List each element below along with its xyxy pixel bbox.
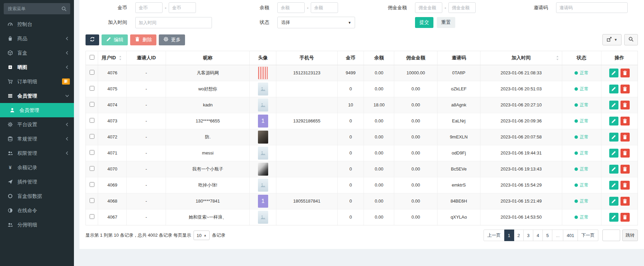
table-row[interactable]: 4075-wo好想你00.000.00oZkLEF2023-01-06 20:5… bbox=[86, 81, 638, 97]
table-row[interactable]: 4076-凡客源码网1512312312394990.0010000.000TA… bbox=[86, 65, 638, 81]
page-size-dropdown[interactable]: 10 ▲ bbox=[194, 231, 210, 240]
row-delete-button[interactable] bbox=[620, 117, 630, 125]
row-checkbox[interactable] bbox=[90, 198, 94, 203]
search-icon[interactable] bbox=[61, 6, 67, 12]
refresh-button[interactable] bbox=[86, 34, 99, 45]
table-row[interactable]: 4074-kadn1018.000.00a8Agnk2023-01-06 20:… bbox=[86, 97, 638, 113]
commission-max-input[interactable] bbox=[448, 2, 476, 13]
table-row[interactable]: 4073-132****665511329218665500.000.00EaL… bbox=[86, 113, 638, 129]
pagination-page-3[interactable]: 3 bbox=[524, 230, 533, 241]
balance-min-input[interactable] bbox=[277, 2, 305, 13]
table-row[interactable]: 4069-吃掉小张!00.000.00emktrS2023-01-06 15:5… bbox=[86, 177, 638, 193]
coin-min-input[interactable] bbox=[135, 2, 163, 13]
pagination-page-401[interactable]: 401 bbox=[563, 230, 578, 241]
sidebar-item-plugin-management[interactable]: 插件管理 bbox=[0, 175, 74, 189]
row-delete-button[interactable] bbox=[620, 197, 630, 206]
balance-max-input[interactable] bbox=[311, 2, 338, 13]
cell-user-id: 4072 bbox=[98, 129, 127, 145]
row-edit-button[interactable] bbox=[609, 117, 618, 125]
sidebar-item-platform-settings[interactable]: 平台设置 bbox=[0, 117, 74, 132]
export-button[interactable]: ▼ bbox=[602, 34, 622, 45]
sidebar-item-blind-box[interactable]: 盲盒 bbox=[0, 46, 74, 60]
sidebar-item-member-management[interactable]: 会员管理 bbox=[0, 103, 74, 117]
submit-button[interactable]: 提交 bbox=[415, 17, 433, 28]
avatar bbox=[258, 99, 268, 112]
reset-button[interactable]: 重置 bbox=[437, 17, 455, 28]
sidebar-item-permission-management[interactable]: 权限管理 bbox=[0, 146, 74, 160]
row-edit-button[interactable] bbox=[609, 165, 618, 174]
invite-code-input[interactable] bbox=[556, 2, 628, 13]
cell-nickname: 吃掉小张! bbox=[166, 177, 250, 193]
sidebar-item-commission-details[interactable]: 分佣明细 bbox=[0, 218, 74, 232]
pagination-page-2[interactable]: 2 bbox=[514, 230, 524, 241]
pagination-page-4[interactable]: 4 bbox=[533, 230, 543, 241]
pagination-prev[interactable]: 上一页 bbox=[484, 230, 504, 241]
table-row[interactable]: 4068-180****784111805518784100.000.0084B… bbox=[86, 193, 638, 209]
join-time-input[interactable] bbox=[135, 17, 212, 28]
pagination-page-5[interactable]: 5 bbox=[543, 230, 552, 241]
table-row[interactable]: 4070-我有一个小瓶子00.000.00Bc5EVe2023-01-06 19… bbox=[86, 161, 638, 177]
column-header-invite_code: 邀请码 bbox=[437, 51, 480, 65]
sidebar-item-blind-box-fake-data[interactable]: 盲盒假数据 bbox=[0, 189, 74, 203]
status-select[interactable]: 选择 ▼ bbox=[277, 17, 355, 28]
column-header-join_time[interactable]: 加入时间 bbox=[480, 51, 562, 65]
table-row[interactable]: 4067-她和亚索~一样浪、00.000.00qXYLAo2023-01-06 … bbox=[86, 209, 638, 225]
jump-button[interactable]: 跳转 bbox=[622, 230, 638, 241]
more-button[interactable]: 更多 bbox=[159, 34, 185, 45]
row-delete-button[interactable] bbox=[620, 149, 630, 158]
coin-max-input[interactable] bbox=[169, 2, 196, 13]
cell-balance: 0.00 bbox=[364, 177, 394, 193]
row-edit-button[interactable] bbox=[609, 101, 618, 109]
cell-commission: 0.00 bbox=[394, 113, 437, 129]
row-edit-button[interactable] bbox=[609, 133, 618, 142]
column-header-user_id[interactable]: 用户ID bbox=[98, 51, 127, 65]
sidebar-item-general-management[interactable]: 常规管理 bbox=[0, 132, 74, 146]
row-edit-button[interactable] bbox=[609, 181, 618, 190]
row-checkbox[interactable] bbox=[90, 70, 94, 75]
cell-actions bbox=[601, 193, 638, 209]
table-row[interactable]: 4071-messi00.000.00odD9Fj2023-01-06 19:4… bbox=[86, 145, 638, 161]
row-edit-button[interactable] bbox=[609, 149, 618, 158]
row-checkbox[interactable] bbox=[90, 166, 94, 171]
row-edit-button[interactable] bbox=[609, 69, 618, 77]
row-checkbox[interactable] bbox=[90, 118, 94, 123]
commission-min-input[interactable] bbox=[415, 2, 442, 13]
sidebar-item-dashboard[interactable]: 控制台 bbox=[0, 17, 74, 31]
row-edit-button[interactable] bbox=[609, 197, 618, 206]
edit-button[interactable]: 编辑 bbox=[102, 34, 128, 45]
row-delete-button[interactable] bbox=[620, 165, 630, 174]
row-delete-button[interactable] bbox=[620, 69, 630, 77]
sidebar-item-balance-records[interactable]: ¥余额记录 bbox=[0, 160, 74, 175]
sort-icon[interactable] bbox=[118, 55, 123, 61]
row-checkbox[interactable] bbox=[90, 134, 94, 139]
row-edit-button[interactable] bbox=[609, 213, 618, 222]
pagination-next[interactable]: 下一页 bbox=[578, 230, 598, 241]
row-checkbox[interactable] bbox=[90, 182, 94, 187]
table-search-button[interactable] bbox=[624, 34, 638, 45]
row-edit-button[interactable] bbox=[609, 85, 618, 93]
sidebar-item-member-management-parent[interactable]: 会员管理 bbox=[0, 89, 74, 103]
pagination-page-1[interactable]: 1 bbox=[504, 230, 514, 241]
sidebar-item-online-commands[interactable]: 在线命令 bbox=[0, 203, 74, 218]
row-delete-button[interactable] bbox=[620, 181, 630, 190]
filter-commission: 佣金金额 - bbox=[376, 2, 519, 13]
jump-page-input[interactable] bbox=[602, 230, 620, 241]
row-checkbox[interactable] bbox=[90, 150, 94, 155]
sort-icon[interactable] bbox=[555, 55, 560, 61]
row-checkbox[interactable] bbox=[90, 214, 94, 219]
sidebar-item-goods[interactable]: 商品 bbox=[0, 31, 74, 46]
status-text: 正常 bbox=[580, 70, 589, 76]
sidebar-item-photo-share[interactable]: 晒图 bbox=[0, 60, 74, 74]
row-delete-button[interactable] bbox=[620, 85, 630, 93]
sidebar-search-input[interactable] bbox=[4, 6, 78, 11]
row-delete-button[interactable] bbox=[620, 213, 630, 222]
select-all-checkbox[interactable] bbox=[90, 55, 94, 60]
sidebar-item-order-details[interactable]: 订单明细新 bbox=[0, 74, 74, 89]
row-checkbox[interactable] bbox=[90, 86, 94, 91]
delete-button[interactable]: 删除 bbox=[130, 34, 156, 45]
row-delete-button[interactable] bbox=[620, 101, 630, 109]
row-delete-button[interactable] bbox=[620, 133, 630, 142]
row-checkbox[interactable] bbox=[90, 102, 94, 107]
table-row[interactable]: 4072-防.00.000.009mEXLN2023-01-06 20:07:5… bbox=[86, 129, 638, 145]
cell-join-time: 2023-01-06 14:53:50 bbox=[480, 209, 562, 225]
